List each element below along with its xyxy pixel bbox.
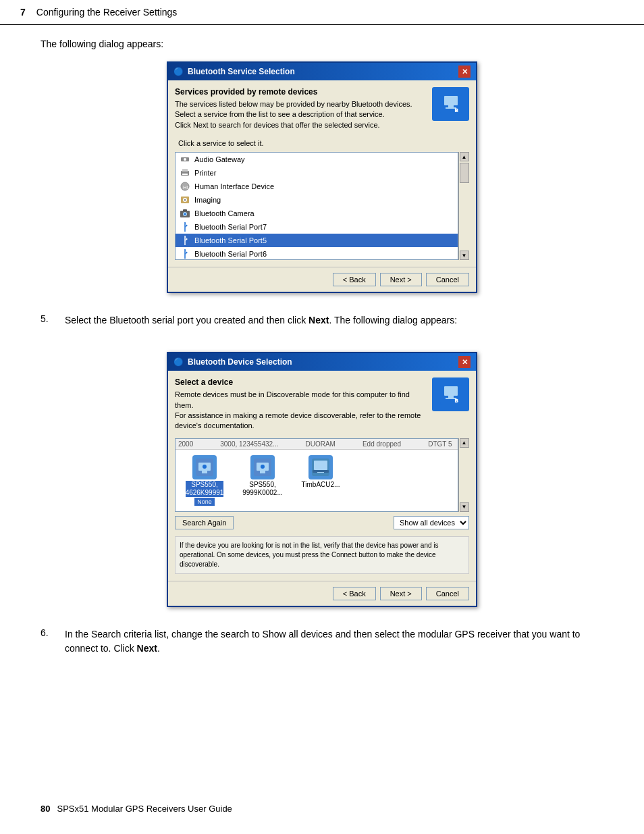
dialog2-body: Select a device Remote devices must be i…: [168, 371, 476, 581]
bt-serial5-icon: [180, 235, 190, 246]
col-duoram: DUORAM: [305, 440, 335, 448]
hid-label: Human Interface Device: [194, 182, 274, 190]
footer-title: SPSx51 Modular GPS Receivers User Guide: [57, 804, 232, 814]
device-info-text: If the device you are looking for is not…: [175, 536, 469, 574]
scroll-up-arrow2[interactable]: ▲: [460, 438, 469, 448]
scroll-up-arrow[interactable]: ▲: [460, 152, 469, 161]
bluetooth-device-dialog: 🔵 Bluetooth Device Selection ✕ Select a …: [167, 352, 477, 607]
dialog2-title-left: 🔵 Bluetooth Device Selection: [173, 357, 292, 367]
svg-point-34: [261, 465, 265, 469]
list-item-bt-serial5[interactable]: Bluetooth Serial Port5: [176, 234, 458, 247]
printer-label: Printer: [194, 169, 216, 177]
bt-camera-icon: [180, 208, 190, 219]
dialog1-footer: < Back Next > Cancel: [168, 267, 476, 292]
device-header-row: 2000 3000, 123455432... DUORAM Edd dropp…: [176, 439, 458, 450]
step5-number: 5.: [41, 313, 54, 340]
device-icon-gps2: [250, 455, 275, 479]
scroll-thumb[interactable]: [460, 163, 469, 183]
dialog1-back-button[interactable]: < Back: [333, 273, 376, 286]
dialog2-back-button[interactable]: < Back: [333, 587, 376, 600]
device-badge-none: None: [194, 498, 215, 506]
audio-gateway-label: Audio Gateway: [194, 155, 245, 163]
step6-text-after: .: [157, 643, 160, 654]
bt-camera-label: Bluetooth Camera: [194, 209, 254, 217]
printer-icon: [180, 167, 190, 178]
dialog2-footer: < Back Next > Cancel: [168, 581, 476, 606]
search-again-button[interactable]: Search Again: [175, 516, 234, 529]
bluetooth-service-dialog: 🔵 Bluetooth Service Selection ✕ Services…: [167, 61, 477, 293]
audio-gateway-icon: [180, 154, 190, 165]
dialog1-close-button[interactable]: ✕: [458, 66, 471, 78]
step5: 5. Select the Bluetooth serial port you …: [41, 313, 603, 340]
bt-serial6-icon: [180, 249, 190, 259]
dialog2-header-text: Select a device Remote devices must be i…: [175, 377, 425, 432]
device-label-timbACU2: TimbACU2...: [302, 481, 340, 489]
dialog1-cancel-button[interactable]: Cancel: [426, 273, 469, 286]
svg-rect-9: [182, 174, 188, 175]
dialog2-device-area[interactable]: 2000 3000, 123455432... DUORAM Edd dropp…: [175, 438, 458, 512]
dialog1-titlebar: 🔵 Bluetooth Service Selection ✕: [168, 63, 476, 80]
device-icon-gps1: [192, 455, 217, 479]
dialog2-icon-box: ʙ: [432, 377, 469, 411]
device-item-timbACU2[interactable]: TimbACU2...: [297, 455, 344, 506]
show-devices-dropdown[interactable]: Show all devices: [394, 516, 469, 529]
page-header: 7 Configuring the Receiver Settings: [0, 0, 644, 25]
svg-rect-36: [314, 461, 327, 470]
svg-rect-2: [448, 105, 454, 107]
list-item-printer[interactable]: Printer: [176, 166, 458, 180]
chapter-number: 7: [20, 7, 26, 18]
device-item-sps550-2[interactable]: SPS550,9999K0002...: [239, 455, 286, 506]
dialog1-next-button[interactable]: Next >: [380, 273, 422, 286]
svg-rect-38: [317, 472, 324, 473]
svg-text:ʙ: ʙ: [454, 396, 458, 404]
step5-text-after: . The following dialog appears:: [329, 315, 457, 325]
dialog2-close-button[interactable]: ✕: [458, 356, 471, 368]
dialog2-cancel-button[interactable]: Cancel: [426, 587, 469, 600]
svg-point-14: [184, 199, 186, 201]
device-item-sps550-1[interactable]: SPS550,4626K99991 None: [181, 455, 228, 506]
svg-text:ʙ: ʙ: [454, 106, 458, 113]
svg-rect-8: [182, 169, 188, 172]
bluetooth-header-icon: ʙ: [439, 92, 463, 116]
dialog2-device-list-container: 2000 3000, 123455432... DUORAM Edd dropp…: [175, 438, 469, 512]
list-item-bt-serial7[interactable]: Bluetooth Serial Port7: [176, 220, 458, 234]
svg-point-30: [203, 465, 207, 469]
dialog1-body: Services provided by remote devices The …: [168, 80, 476, 267]
col-3000: 3000, 123455432...: [220, 440, 278, 448]
footer-page-num: 80: [41, 804, 50, 814]
svg-rect-23: [444, 386, 458, 396]
device-icons-row: SPS550,4626K99991 None: [176, 450, 458, 511]
dialog2-title-text: Bluetooth Device Selection: [188, 357, 292, 367]
device-label-sps550-1: SPS550,4626K99991: [186, 481, 224, 497]
list-item-audio-gateway[interactable]: Audio Gateway: [176, 153, 458, 166]
bluetooth-small-icon: 🔵: [173, 67, 184, 76]
step5-bold: Next: [308, 315, 329, 325]
step6: 6. In the Search criteria list, change t…: [41, 627, 603, 668]
bt-serial5-label: Bluetooth Serial Port5: [194, 236, 267, 244]
dialog2-next-button[interactable]: Next >: [380, 587, 422, 600]
dialog1-icon-box: ʙ: [432, 87, 469, 121]
dialog1-header-section: Services provided by remote devices The …: [175, 87, 469, 130]
list-item-hid[interactable]: HI Human Interface Device: [176, 180, 458, 193]
bluetooth-header-icon2: ʙ: [439, 382, 463, 407]
list-item-bt-serial6[interactable]: Bluetooth Serial Port6: [176, 247, 458, 260]
step6-bold: Next: [137, 643, 157, 654]
imaging-icon: [180, 194, 190, 205]
step5-text-before: Select the Bluetooth serial port you cre…: [65, 315, 308, 325]
list-item-imaging[interactable]: Imaging: [176, 193, 458, 207]
dialog2-header-section: Select a device Remote devices must be i…: [175, 377, 469, 432]
svg-text:HI: HI: [183, 184, 188, 190]
dialog2-section-desc: Remote devices must be in Discoverable m…: [175, 390, 425, 432]
scroll-down-arrow2[interactable]: ▼: [460, 502, 469, 512]
dialog1-service-list[interactable]: Audio Gateway Printer HI Huma: [175, 152, 458, 260]
search-controls: Search Again Show all devices: [175, 512, 469, 533]
list-item-bt-camera[interactable]: Bluetooth Camera: [176, 207, 458, 220]
bt-serial6-label: Bluetooth Serial Port6: [194, 250, 267, 258]
scroll-down-arrow[interactable]: ▼: [460, 251, 469, 260]
dialog2-scrollbar[interactable]: ▲ ▼: [458, 438, 469, 512]
chapter-title: Configuring the Receiver Settings: [36, 7, 178, 18]
svg-rect-29: [202, 471, 207, 473]
dialog1-section-desc: The services listed below may be provide…: [175, 99, 425, 130]
dialog1-scrollbar[interactable]: ▲ ▼: [458, 152, 469, 260]
step6-text: In the Search criteria list, change the …: [65, 627, 603, 656]
